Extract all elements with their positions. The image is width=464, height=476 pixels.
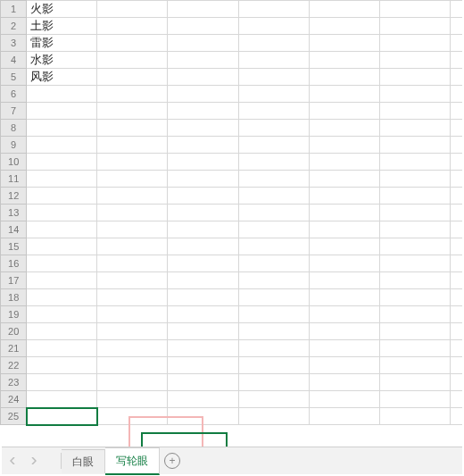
grid-cell[interactable] [379, 137, 450, 154]
grid-cell[interactable] [168, 69, 238, 86]
grid-cell[interactable] [450, 52, 462, 69]
grid-cell[interactable] [450, 289, 462, 306]
grid-cell[interactable] [379, 221, 450, 238]
cell-A7[interactable] [27, 103, 97, 120]
cell-A8[interactable] [27, 120, 97, 137]
grid-cell[interactable] [97, 1, 168, 18]
grid-cell[interactable] [309, 103, 379, 120]
grid-cell[interactable] [97, 306, 168, 323]
sheet-nav-prev[interactable] [2, 447, 23, 474]
grid-cell[interactable] [238, 86, 309, 103]
grid-cell[interactable] [238, 391, 309, 408]
row-header[interactable]: 19 [1, 306, 27, 323]
grid-cell[interactable] [309, 357, 379, 374]
row-header[interactable]: 1 [1, 1, 27, 18]
grid-cell[interactable] [97, 238, 168, 255]
grid-cell[interactable] [379, 289, 450, 306]
cell-A24[interactable] [27, 391, 97, 408]
grid-cell[interactable] [97, 357, 168, 374]
grid-cell[interactable] [450, 272, 462, 289]
row-header[interactable]: 24 [1, 391, 27, 408]
row-header[interactable]: 2 [1, 18, 27, 35]
grid-cell[interactable] [168, 35, 238, 52]
grid-cell[interactable] [309, 154, 379, 171]
grid-cell[interactable] [379, 1, 450, 18]
grid-cell[interactable] [379, 103, 450, 120]
cell-A12[interactable] [27, 188, 97, 205]
grid-cell[interactable] [450, 1, 462, 18]
grid-cell[interactable] [238, 35, 309, 52]
grid-cell[interactable] [238, 255, 309, 272]
cell-A2[interactable]: 土影 [27, 18, 97, 35]
grid-cell[interactable] [309, 52, 379, 69]
grid-cell[interactable] [309, 137, 379, 154]
grid-cell[interactable] [309, 69, 379, 86]
cell-A23[interactable] [27, 374, 97, 391]
grid-cell[interactable] [238, 18, 309, 35]
row-header[interactable]: 8 [1, 120, 27, 137]
grid-cell[interactable] [97, 205, 168, 221]
grid-cell[interactable] [309, 120, 379, 137]
row-header[interactable]: 7 [1, 103, 27, 120]
grid-cell[interactable] [168, 391, 238, 408]
row-header[interactable]: 25 [1, 408, 27, 425]
grid-cell[interactable] [379, 69, 450, 86]
grid-cell[interactable] [450, 103, 462, 120]
cell-A17[interactable] [27, 272, 97, 289]
grid-cell[interactable] [379, 205, 450, 221]
grid-cell[interactable] [450, 323, 462, 340]
grid-cell[interactable] [450, 171, 462, 188]
row-header[interactable]: 9 [1, 137, 27, 154]
grid-cell[interactable] [168, 238, 238, 255]
cell-A22[interactable] [27, 357, 97, 374]
grid-cell[interactable] [97, 52, 168, 69]
row-header[interactable]: 5 [1, 69, 27, 86]
grid-cell[interactable] [379, 255, 450, 272]
grid-cell[interactable] [379, 120, 450, 137]
grid-cell[interactable] [309, 323, 379, 340]
grid-cell[interactable] [379, 408, 450, 425]
grid-cell[interactable] [168, 103, 238, 120]
grid-cell[interactable] [379, 374, 450, 391]
grid-cell[interactable] [168, 289, 238, 306]
grid-cell[interactable] [168, 86, 238, 103]
sheet-tab-1[interactable]: 写轮眼 [105, 447, 160, 475]
grid-cell[interactable] [238, 205, 309, 221]
grid-cell[interactable] [309, 289, 379, 306]
grid-cell[interactable] [309, 374, 379, 391]
cell-A13[interactable] [27, 205, 97, 221]
row-header[interactable]: 12 [1, 188, 27, 205]
cell-A6[interactable] [27, 86, 97, 103]
grid-cell[interactable] [168, 120, 238, 137]
grid-cell[interactable] [450, 35, 462, 52]
cell-grid[interactable]: 1火影2土影3雷影4水影5风影6789101112131415161718192… [0, 0, 462, 444]
grid-cell[interactable] [450, 18, 462, 35]
row-header[interactable]: 11 [1, 171, 27, 188]
grid-cell[interactable] [97, 374, 168, 391]
grid-cell[interactable] [168, 357, 238, 374]
cell-A10[interactable] [27, 154, 97, 171]
add-sheet-button[interactable]: + [160, 447, 185, 474]
grid-cell[interactable] [450, 120, 462, 137]
grid-cell[interactable] [238, 137, 309, 154]
grid-cell[interactable] [168, 1, 238, 18]
grid-cell[interactable] [97, 35, 168, 52]
grid-cell[interactable] [238, 238, 309, 255]
cell-A14[interactable] [27, 221, 97, 238]
cell-A21[interactable] [27, 340, 97, 357]
cell-A15[interactable] [27, 238, 97, 255]
grid-cell[interactable] [309, 1, 379, 18]
grid-cell[interactable] [379, 154, 450, 171]
grid-cell[interactable] [168, 255, 238, 272]
grid-cell[interactable] [309, 255, 379, 272]
grid-cell[interactable] [97, 18, 168, 35]
grid-cell[interactable] [309, 35, 379, 52]
grid-cell[interactable] [238, 289, 309, 306]
grid-cell[interactable] [238, 340, 309, 357]
grid-cell[interactable] [238, 306, 309, 323]
grid-cell[interactable] [379, 306, 450, 323]
grid-cell[interactable] [168, 154, 238, 171]
grid-cell[interactable] [379, 340, 450, 357]
row-header[interactable]: 20 [1, 323, 27, 340]
row-header[interactable]: 14 [1, 221, 27, 238]
